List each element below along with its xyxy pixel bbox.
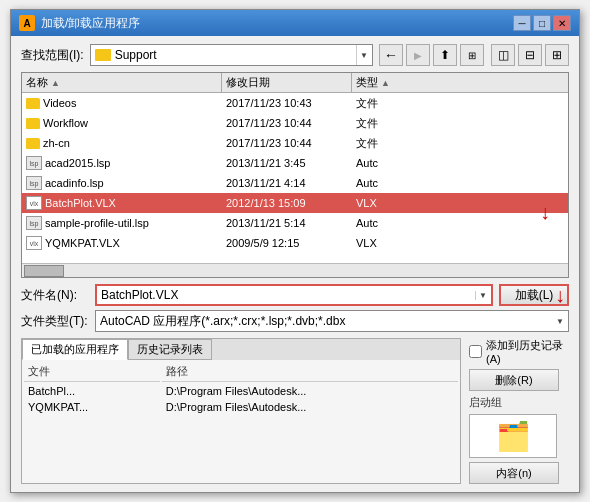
bottom-section: 已加载的应用程序 历史记录列表 文件 路径 BatchPl...D:\Progr… xyxy=(21,338,569,484)
folder-icon xyxy=(26,138,40,149)
vlx-icon: vlx xyxy=(26,196,42,210)
table-row[interactable]: Videos 2017/11/23 10:43 文件 xyxy=(22,93,568,113)
loaded-file-cell: YQMKPAT... xyxy=(24,400,160,414)
filetype-combo[interactable]: AutoCAD 应用程序(*.arx;*.crx;*.lsp;*.dvb;*.d… xyxy=(95,310,569,332)
vlx-icon: vlx xyxy=(26,236,42,250)
tab-loaded-apps[interactable]: 已加载的应用程序 xyxy=(22,339,128,360)
horizontal-scrollbar[interactable] xyxy=(22,263,568,277)
file-type-cell: VLX xyxy=(352,197,568,209)
table-row[interactable]: lspacadinfo.lsp 2013/11/21 4:14 Autc xyxy=(22,173,568,193)
maximize-button[interactable]: □ xyxy=(533,15,551,31)
dialog-title: 加载/卸载应用程序 xyxy=(41,15,140,32)
view-detail-button[interactable]: ⊟ xyxy=(518,44,542,66)
file-type-cell: Autc xyxy=(352,217,568,229)
title-bar: A 加载/卸载应用程序 ─ □ ✕ xyxy=(11,10,579,36)
table-row[interactable]: vlxBatchPlot.VLX 2012/1/13 15:09 VLX xyxy=(22,193,568,213)
filetype-dropdown-arrow[interactable]: ▼ xyxy=(556,317,564,326)
content-button[interactable]: 内容(n) xyxy=(469,462,559,484)
folder-icon xyxy=(95,49,111,61)
table-row[interactable]: zh-cn 2017/11/23 10:44 文件 xyxy=(22,133,568,153)
lsp-icon: lsp xyxy=(26,176,42,190)
add-to-history-row: 添加到历史记录(A) xyxy=(469,338,569,365)
nav-forward-button[interactable]: ▶ xyxy=(406,44,430,66)
file-date-cell: 2013/11/21 3:45 xyxy=(222,157,352,169)
table-row[interactable]: Workflow 2017/11/23 10:44 文件 xyxy=(22,113,568,133)
add-to-history-checkbox[interactable] xyxy=(469,345,482,358)
add-to-history-label: 添加到历史记录(A) xyxy=(486,338,569,365)
table-row[interactable]: lspsample-profile-util.lsp 2013/11/21 5:… xyxy=(22,213,568,233)
col-header-date[interactable]: 修改日期 xyxy=(222,73,352,92)
search-dropdown-arrow[interactable]: ▼ xyxy=(356,45,368,65)
file-name-cell: vlxYQMKPAT.VLX xyxy=(22,236,222,250)
startup-icon-box: 🗂️ xyxy=(469,414,557,458)
view-list-button[interactable]: ◫ xyxy=(491,44,515,66)
filetype-value: AutoCAD 应用程序(*.arx;*.crx;*.lsp;*.dvb;*.d… xyxy=(100,313,556,330)
file-date-cell: 2017/11/23 10:44 xyxy=(222,137,352,149)
file-type-cell: 文件 xyxy=(352,116,568,131)
col-path: 路径 xyxy=(162,362,458,382)
file-type-cell: VLX xyxy=(352,237,568,249)
loaded-apps-panel: 已加载的应用程序 历史记录列表 文件 路径 BatchPl...D:\Progr… xyxy=(21,338,461,484)
nav-up-button[interactable]: ⬆ xyxy=(433,44,457,66)
file-list-container: 名称 ▲ 修改日期 类型 ▲ Videos 2017/11/23 10:43 文… xyxy=(21,72,569,278)
file-date-cell: 2012/1/13 15:09 xyxy=(222,197,352,209)
file-name-cell: vlxBatchPlot.VLX xyxy=(22,196,222,210)
type-sort-icon: ▲ xyxy=(381,78,390,88)
table-row[interactable]: vlxYQMKPAT.VLX 2009/5/9 12:15 VLX xyxy=(22,233,568,253)
startup-icon: 🗂️ xyxy=(496,420,531,453)
loaded-path-cell: D:\Program Files\Autodesk... xyxy=(162,400,458,414)
file-type-cell: 文件 xyxy=(352,96,568,111)
lsp-icon: lsp xyxy=(26,156,42,170)
folder-icon xyxy=(26,98,40,109)
file-name-cell: Workflow xyxy=(22,117,222,129)
tabs-header: 已加载的应用程序 历史记录列表 xyxy=(22,339,460,360)
filename-dropdown-arrow[interactable]: ▼ xyxy=(475,291,487,300)
app-icon: A xyxy=(19,15,35,31)
list-item[interactable]: YQMKPAT...D:\Program Files\Autodesk... xyxy=(24,400,458,414)
file-date-cell: 2017/11/23 10:43 xyxy=(222,97,352,109)
filename-combo[interactable]: BatchPlot.VLX ▼ xyxy=(95,284,493,306)
file-type-cell: 文件 xyxy=(352,136,568,151)
filetype-row: 文件类型(T): AutoCAD 应用程序(*.arx;*.crx;*.lsp;… xyxy=(21,310,569,332)
file-date-cell: 2013/11/21 5:14 xyxy=(222,217,352,229)
file-list-body: Videos 2017/11/23 10:43 文件 Workflow 2017… xyxy=(22,93,568,263)
startup-label: 启动组 xyxy=(469,395,569,410)
file-list-header: 名称 ▲ 修改日期 类型 ▲ xyxy=(22,73,568,93)
arrow-indicator-2: ↓ xyxy=(555,284,565,307)
table-row[interactable]: lspacad2015.lsp 2013/11/21 3:45 Autc xyxy=(22,153,568,173)
filename-value: BatchPlot.VLX xyxy=(101,288,475,302)
delete-button[interactable]: 删除(R) xyxy=(469,369,559,391)
lsp-icon: lsp xyxy=(26,216,42,230)
dialog-window: A 加载/卸载应用程序 ─ □ ✕ 查找范围(I): Support ▼ ← ▶… xyxy=(10,9,580,493)
loaded-table: 文件 路径 BatchPl...D:\Program Files\Autodes… xyxy=(22,360,460,416)
col-header-type[interactable]: 类型 ▲ xyxy=(352,73,568,92)
filename-row: 文件名(N): BatchPlot.VLX ▼ 加载(L) xyxy=(21,284,569,306)
dialog-body: 查找范围(I): Support ▼ ← ▶ ⬆ ⊞ ◫ ⊟ ⊞ 名称 ▲ xyxy=(11,36,579,492)
view-toggle-button[interactable]: ⊞ xyxy=(460,44,484,66)
name-sort-icon: ▲ xyxy=(51,78,60,88)
close-button[interactable]: ✕ xyxy=(553,15,571,31)
title-controls: ─ □ ✕ xyxy=(513,15,571,31)
col-header-name[interactable]: 名称 ▲ xyxy=(22,73,222,92)
search-label: 查找范围(I): xyxy=(21,47,84,64)
search-combo[interactable]: Support ▼ xyxy=(90,44,373,66)
file-name-cell: zh-cn xyxy=(22,137,222,149)
file-name-cell: lspacadinfo.lsp xyxy=(22,176,222,190)
arrow-indicator-1: ↓ xyxy=(540,201,550,224)
list-item[interactable]: BatchPl...D:\Program Files\Autodesk... xyxy=(24,384,458,398)
right-panel: 添加到历史记录(A) 删除(R) 启动组 🗂️ 内容(n) xyxy=(469,338,569,484)
file-type-cell: Autc xyxy=(352,177,568,189)
file-date-cell: 2013/11/21 4:14 xyxy=(222,177,352,189)
file-date-cell: 2017/11/23 10:44 xyxy=(222,117,352,129)
nav-back-button[interactable]: ← xyxy=(379,44,403,66)
loaded-file-cell: BatchPl... xyxy=(24,384,160,398)
view-tile-button[interactable]: ⊞ xyxy=(545,44,569,66)
hscroll-thumb[interactable] xyxy=(24,265,64,277)
loaded-path-cell: D:\Program Files\Autodesk... xyxy=(162,384,458,398)
minimize-button[interactable]: ─ xyxy=(513,15,531,31)
tab-history[interactable]: 历史记录列表 xyxy=(128,339,212,360)
folder-icon xyxy=(26,118,40,129)
search-value: Support xyxy=(115,48,352,62)
file-name-cell: lspsample-profile-util.lsp xyxy=(22,216,222,230)
file-name-cell: lspacad2015.lsp xyxy=(22,156,222,170)
